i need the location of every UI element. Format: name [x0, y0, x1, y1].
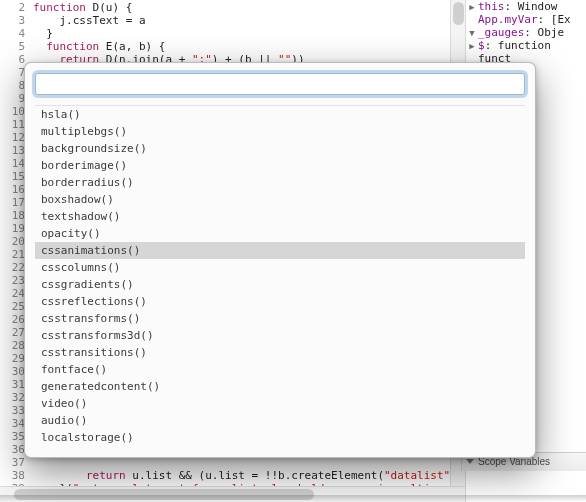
line-number: 4 [0, 27, 33, 40]
code-line[interactable]: function D(u) { [33, 1, 466, 14]
line-number: 5 [0, 40, 33, 53]
command-palette-input[interactable] [35, 73, 525, 95]
command-palette-item[interactable]: localstorage() [35, 429, 525, 446]
scope-key: $ [478, 39, 485, 52]
command-palette-item[interactable]: hsla() [35, 106, 525, 123]
scope-value: : Window [505, 0, 558, 13]
line-number: 37 [0, 456, 33, 469]
command-palette-item[interactable]: cssreflections() [35, 293, 525, 310]
code-line[interactable]: function E(a, b) { [33, 40, 466, 53]
line-number: 3 [0, 14, 33, 27]
command-palette-item[interactable]: backgroundsize() [35, 140, 525, 157]
scope-key: _gauges [478, 26, 524, 39]
scope-row[interactable]: ▶$: function [466, 39, 586, 52]
command-palette-item[interactable]: cssgradients() [35, 276, 525, 293]
command-palette-item[interactable]: opacity() [35, 225, 525, 242]
chevron-down-icon [466, 459, 474, 464]
code-line[interactable]: return u.list && (u.list = !!b.createEle… [33, 469, 466, 482]
scope-row[interactable]: App.myVar: [Ex [466, 13, 586, 26]
scope-key: this [478, 0, 505, 13]
scope-value: : function [485, 39, 551, 52]
command-palette-item[interactable]: generatedcontent() [35, 378, 525, 395]
command-palette-item[interactable]: borderimage() [35, 157, 525, 174]
command-palette-item[interactable]: fontface() [35, 361, 525, 378]
scrollbar-thumb[interactable] [453, 2, 464, 25]
command-palette-item[interactable]: textshadow() [35, 208, 525, 225]
command-palette-list[interactable]: hsla()multiplebgs()backgroundsize()borde… [35, 105, 525, 447]
command-palette-item[interactable]: csstransitions() [35, 344, 525, 361]
code-line[interactable]: } [33, 27, 466, 40]
scope-value: : Obje [524, 26, 564, 39]
command-palette-item[interactable]: csscolumns() [35, 259, 525, 276]
command-palette-item[interactable]: csstransforms() [35, 310, 525, 327]
command-palette-item[interactable]: sessionstorage() [35, 446, 525, 447]
scope-value: : [Ex [538, 13, 571, 26]
code-line[interactable]: j.cssText = a [33, 14, 466, 27]
command-palette-item[interactable]: boxshadow() [35, 191, 525, 208]
command-palette-item[interactable]: multiplebgs() [35, 123, 525, 140]
scope-row[interactable]: ▼_gauges: Obje [466, 26, 586, 39]
line-number: 2 [0, 1, 33, 14]
scope-row[interactable]: ▶this: Window [466, 0, 586, 13]
bottom-shadow [0, 495, 586, 502]
scope-key: App.myVar [478, 13, 538, 26]
command-palette-item[interactable]: csstransforms3d() [35, 327, 525, 344]
command-palette-item[interactable]: borderradius() [35, 174, 525, 191]
command-palette-item[interactable]: cssanimations() [35, 242, 525, 259]
command-palette-item[interactable]: video() [35, 395, 525, 412]
command-palette-item[interactable]: audio() [35, 412, 525, 429]
line-number: 38 [0, 469, 33, 482]
command-palette: hsla()multiplebgs()backgroundsize()borde… [24, 62, 536, 458]
